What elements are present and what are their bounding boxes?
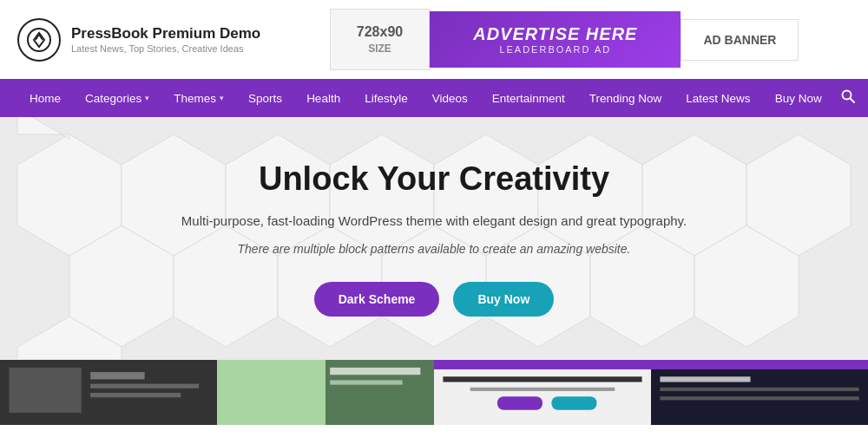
nav-items: Home Categories ▾ Themes ▾ Sports Health… bbox=[17, 79, 834, 117]
nav-item-latest-news[interactable]: Latest News bbox=[674, 79, 762, 117]
logo-text: PressBook Premium Demo Latest News, Top … bbox=[71, 25, 260, 53]
search-icon[interactable] bbox=[834, 89, 862, 107]
nav-item-themes[interactable]: Themes ▾ bbox=[161, 79, 236, 117]
ad-leaderboard-title: ADVERTISE HERE bbox=[473, 24, 637, 44]
ad-size-box: 728x90 SIZE bbox=[330, 9, 430, 70]
thumbnail-row bbox=[0, 360, 868, 425]
nav-item-home[interactable]: Home bbox=[17, 79, 73, 117]
site-title: PressBook Premium Demo bbox=[71, 25, 260, 42]
nav-item-health[interactable]: Health bbox=[294, 79, 352, 117]
nav-item-lifestyle[interactable]: Lifestyle bbox=[352, 79, 420, 117]
ad-banner-area: 728x90 SIZE ADVERTISE HERE LEADERBOARD A… bbox=[278, 9, 851, 70]
svg-line-2 bbox=[850, 99, 854, 103]
ad-leaderboard-sub: LEADERBOARD AD bbox=[473, 44, 637, 55]
logo-area: PressBook Premium Demo Latest News, Top … bbox=[17, 18, 260, 62]
navbar: Home Categories ▾ Themes ▾ Sports Health… bbox=[0, 79, 868, 117]
hero-buttons: Dark Scheme Buy Now bbox=[181, 282, 687, 317]
thumbnail-3[interactable] bbox=[434, 360, 651, 425]
ad-banner-label: AD BANNER bbox=[681, 19, 799, 61]
thumbnail-4[interactable] bbox=[651, 360, 868, 425]
hero-section: Unlock Your Creativity Multi-purpose, fa… bbox=[0, 117, 868, 360]
nav-item-trending[interactable]: Trending Now bbox=[577, 79, 674, 117]
hero-subtitle: Multi-purpose, fast-loading WordPress th… bbox=[181, 213, 687, 228]
nav-item-videos[interactable]: Videos bbox=[420, 79, 480, 117]
nav-item-buy-now[interactable]: Buy Now bbox=[763, 79, 834, 117]
ad-size-sub: SIZE bbox=[357, 42, 403, 56]
site-tagline: Latest News, Top Stories, Creative Ideas bbox=[71, 43, 260, 54]
thumbnail-2[interactable] bbox=[217, 360, 434, 425]
chevron-down-icon: ▾ bbox=[145, 94, 149, 102]
ad-leaderboard[interactable]: ADVERTISE HERE LEADERBOARD AD bbox=[430, 11, 681, 68]
nav-item-sports[interactable]: Sports bbox=[236, 79, 294, 117]
hero-content: Unlock Your Creativity Multi-purpose, fa… bbox=[164, 126, 704, 351]
chevron-down-icon: ▾ bbox=[220, 94, 224, 102]
nav-item-categories[interactable]: Categories ▾ bbox=[73, 79, 161, 117]
hero-italic-text: There are multiple block patterns availa… bbox=[181, 242, 687, 256]
nav-item-entertainment[interactable]: Entertainment bbox=[480, 79, 577, 117]
header: PressBook Premium Demo Latest News, Top … bbox=[0, 0, 868, 79]
dark-scheme-button[interactable]: Dark Scheme bbox=[314, 282, 440, 317]
thumbnail-1[interactable] bbox=[0, 360, 217, 425]
hero-title: Unlock Your Creativity bbox=[181, 160, 687, 198]
ad-size-label: 728x90 bbox=[357, 23, 403, 42]
logo-icon bbox=[17, 18, 61, 62]
buy-now-button[interactable]: Buy Now bbox=[453, 282, 554, 317]
